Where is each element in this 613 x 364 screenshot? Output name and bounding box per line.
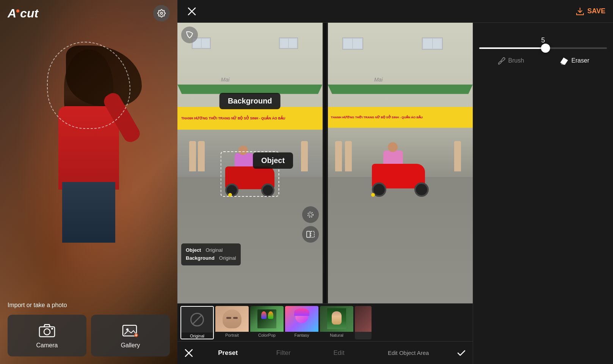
save-button[interactable]: SAVE [576,7,605,16]
brush-icon [497,56,505,65]
result-mannequin-3 [454,141,461,171]
result-building: Mai [328,23,473,121]
result-panel: Mai THANH HƯƠNG THỜI TRANG NỮ BỘ SỞ SINH… [328,23,473,303]
slider-track[interactable] [479,47,607,49]
bottom-nav: Preset Filter Edit Edit Object Area [177,341,473,364]
canvas-controls [302,206,319,243]
svg-rect-13 [311,231,314,237]
save-download-icon [576,7,584,16]
result-mannequin-2 [345,141,352,171]
editing-panel: Mai THANH HƯƠNG THỜI TRANG NỮ BỘ SỞ SINH… [177,23,323,303]
slider-section: 5 [479,29,607,49]
confirm-icon [457,350,466,356]
import-text: Import or take a photo [8,302,170,309]
app-logo: A cut [8,6,38,20]
close-icon [188,7,196,16]
mannequin-2 [198,141,205,171]
left-bottom-area: Import or take a photo Camera [0,294,177,364]
preset-fantasy-thumb [285,306,318,332]
no-filter-icon [190,313,204,326]
object-status-label: Object [186,246,201,254]
brush-label: Brush [508,57,524,64]
brightness-button[interactable] [302,206,319,223]
logo-cut-text: cut [20,6,38,20]
settings-button[interactable] [153,5,170,22]
mannequin-3 [301,141,308,171]
svg-point-0 [160,12,163,14]
panel-divider [324,23,326,303]
edit-object-area: Edit Object Area [367,350,450,356]
canvas-area: Mai THANH HƯƠNG THỜI TRANG NỮ BỘ SỞ SINH… [177,23,473,303]
right-side-panel: 5 Brush [473,23,613,364]
background-tooltip: Background [219,93,281,109]
svg-rect-12 [307,231,310,237]
tab-edit-label: Edit [333,349,344,357]
cancel-icon [185,349,193,357]
tab-edit[interactable]: Edit [311,342,367,364]
preset-colorpop[interactable]: ColorPop [250,306,284,339]
center-editor: Mai THANH HƯƠNG THỜI TRANG NỮ BỘ SỞ SINH… [177,23,473,364]
top-bar: SAVE [177,0,613,23]
camera-button[interactable]: Camera [8,315,86,356]
result-mannequin-1 [335,141,342,171]
preset-original-thumb [181,307,213,333]
shop-sign: THANH HƯƠNG THỜI TRANG NỮ BỘ SỞ SINH - Q… [177,107,323,130]
cancel-button[interactable] [177,349,200,357]
gear-icon [157,9,166,17]
brush-button[interactable]: Brush [497,56,524,65]
canvas-watermark [181,27,198,43]
background-status-label: Background [186,254,215,262]
gallery-icon [122,324,139,337]
result-shop-sign: THANH HƯƠNG THỜI TRANG NỮ BỘ SỞ SINH - Q… [328,107,473,128]
preset-natural[interactable]: Natural [320,306,353,339]
svg-point-11 [308,212,313,217]
left-panel: A cut Import or take a photo Camera [0,0,177,364]
result-awning [328,85,473,94]
gallery-label: Gallery [121,342,140,349]
preset-fantasy-name: Fantasy [285,332,318,339]
result-street-photo: Mai THANH HƯƠNG THỜI TRANG NỮ BỘ SỞ SINH… [328,23,473,303]
eraser-button[interactable]: Eraser [559,56,589,65]
gallery-button[interactable]: Gallery [91,315,170,356]
svg-rect-3 [51,328,53,329]
preset-portrait-thumb [215,306,249,332]
preset-fantasy[interactable]: Fantasy [285,306,318,339]
logo-a-text: A [8,6,16,20]
split-view-button[interactable] [302,226,319,243]
edit-object-label: Edit Object Area [388,350,429,356]
svg-point-2 [44,329,50,335]
slider-fill [479,47,546,49]
tab-preset-label: Preset [218,349,238,357]
shop-sign-text: THANH HƯƠNG THỜI TRANG NỮ BỘ SỞ SINH - Q… [181,116,285,120]
object-status-value: Original [205,246,223,254]
eraser-label: Eraser [571,57,589,64]
tab-preset[interactable]: Preset [200,342,256,364]
tool-row: Brush Eraser [479,53,607,68]
preset-colorpop-thumb [250,306,284,332]
close-button[interactable] [185,5,199,18]
tab-filter[interactable]: Filter [256,342,311,364]
background-status-value: Original [219,254,236,262]
action-buttons: Camera Gallery [8,315,170,356]
background-status-row: Background Original [186,254,236,262]
camera-icon [39,324,55,337]
preset-natural-thumb [320,306,353,332]
preset-portrait[interactable]: Portrait [215,306,249,339]
preset-more[interactable] [355,306,372,339]
brightness-icon [307,211,314,218]
result-rider-head [388,142,398,152]
preset-original[interactable]: Original [180,306,214,339]
slider-value: 5 [541,36,545,44]
slider-thumb[interactable] [541,44,550,53]
confirm-button[interactable] [450,350,473,356]
eraser-icon [559,56,568,65]
mannequin-1 [189,141,196,171]
preset-original-name: Original [181,333,213,339]
right-area: SAVE [177,0,613,364]
camera-label: Camera [36,342,58,349]
object-tooltip: Object [253,152,293,169]
status-tags: Object Original Background Original [181,243,241,265]
watermark-icon [185,30,194,39]
svg-point-10 [309,213,312,216]
result-wheel-front [414,182,429,197]
